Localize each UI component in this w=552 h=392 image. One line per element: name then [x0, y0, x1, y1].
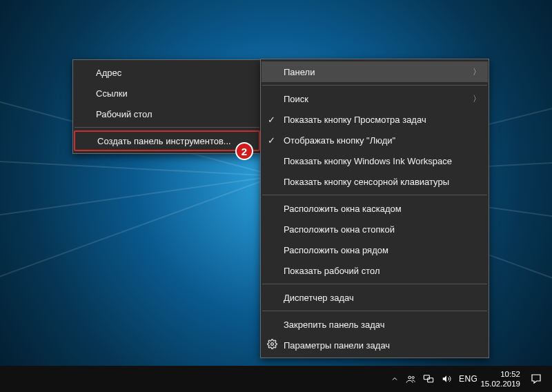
- annotation-badge-2: 2: [235, 142, 253, 160]
- submenu-item-links[interactable]: Ссылки: [74, 83, 260, 104]
- action-center-icon: [530, 373, 542, 385]
- menu-item-label: Показать рабочий стол: [284, 266, 379, 276]
- menu-item-show-touch-keyboard[interactable]: Показать кнопку сенсорной клавиатуры: [262, 171, 488, 192]
- taskbar-clock[interactable]: 10:52 15.02.2019: [480, 369, 520, 389]
- toolbars-submenu: Адрес Ссылки Рабочий стол Создать панель…: [72, 59, 262, 154]
- menu-item-label: Показать кнопку Windows Ink Workspace: [284, 156, 452, 166]
- menu-item-label: Диспетчер задач: [284, 293, 354, 303]
- menu-item-stack-windows[interactable]: Расположить окна стопкой: [262, 219, 488, 239]
- tray-people-icon[interactable]: [406, 374, 416, 384]
- menu-item-label: Расположить окна каскадом: [284, 204, 402, 214]
- menu-item-cascade-windows[interactable]: Расположить окна каскадом: [262, 198, 488, 219]
- menu-item-show-ink[interactable]: Показать кнопку Windows Ink Workspace: [262, 150, 488, 171]
- chevron-right-icon: 〉: [473, 93, 481, 105]
- taskbar-context-menu: Панели 〉 Поиск 〉 ✓ Показать кнопку Просм…: [260, 59, 489, 358]
- svg-point-1: [408, 376, 411, 379]
- chevron-right-icon: 〉: [473, 66, 481, 78]
- taskbar-date: 15.02.2019: [480, 379, 520, 389]
- taskbar-time: 10:52: [480, 369, 520, 379]
- tray-chevron-up-icon[interactable]: [391, 375, 399, 383]
- menu-item-toolbars[interactable]: Панели 〉: [262, 61, 488, 82]
- gear-icon: [267, 339, 277, 351]
- menu-item-show-desktop[interactable]: Показать рабочий стол: [262, 260, 488, 281]
- menu-divider: [262, 284, 487, 284]
- menu-item-show-people[interactable]: ✓ Отображать кнопку "Люди": [262, 130, 488, 150]
- checkmark-icon: ✓: [268, 135, 275, 146]
- svg-point-2: [412, 376, 414, 378]
- menu-item-task-manager[interactable]: Диспетчер задач: [262, 287, 488, 308]
- submenu-item-label: Рабочий стол: [96, 109, 152, 119]
- submenu-item-desktop[interactable]: Рабочий стол: [74, 104, 260, 124]
- menu-item-label: Расположить окна стопкой: [284, 224, 395, 235]
- menu-item-label: Расположить окна рядом: [284, 245, 388, 255]
- menu-item-taskbar-settings[interactable]: Параметры панели задач: [262, 335, 488, 355]
- checkmark-icon: ✓: [268, 115, 275, 125]
- taskbar[interactable]: ENG 10:52 15.02.2019: [0, 366, 552, 392]
- svg-point-0: [271, 343, 274, 346]
- svg-marker-5: [443, 375, 446, 382]
- menu-item-label: Отображать кнопку "Люди": [284, 135, 395, 146]
- submenu-item-label: Создать панель инструментов...: [97, 136, 231, 146]
- menu-item-label: Закрепить панель задач: [284, 320, 385, 330]
- menu-divider: [262, 195, 487, 195]
- svg-rect-4: [428, 378, 433, 382]
- submenu-item-label: Адрес: [96, 68, 121, 78]
- menu-item-label: Панели: [284, 67, 315, 77]
- annotation-badge-label: 2: [241, 146, 247, 157]
- system-tray: [391, 374, 452, 384]
- tray-volume-icon[interactable]: [441, 374, 452, 384]
- submenu-item-address[interactable]: Адрес: [74, 62, 260, 83]
- menu-item-label: Параметры панели задач: [284, 340, 390, 351]
- menu-item-search[interactable]: Поиск 〉: [262, 88, 488, 109]
- tray-language-indicator[interactable]: ENG: [459, 374, 478, 384]
- action-center-button[interactable]: [524, 366, 548, 392]
- menu-divider: [262, 85, 487, 86]
- submenu-item-new-toolbar[interactable]: Создать панель инструментов...: [74, 130, 260, 151]
- tray-network-icon[interactable]: [423, 374, 434, 384]
- menu-item-label: Показать кнопку Просмотра задач: [284, 115, 426, 125]
- menu-item-lock-taskbar[interactable]: Закрепить панель задач: [262, 314, 488, 335]
- menu-divider: [262, 311, 487, 311]
- menu-item-label: Поиск: [284, 94, 308, 104]
- svg-rect-3: [424, 375, 429, 380]
- submenu-item-label: Ссылки: [96, 88, 128, 99]
- submenu-divider: [75, 127, 259, 128]
- menu-item-label: Показать кнопку сенсорной клавиатуры: [284, 177, 449, 187]
- menu-item-show-taskview[interactable]: ✓ Показать кнопку Просмотра задач: [262, 109, 488, 130]
- menu-item-side-by-side[interactable]: Расположить окна рядом: [262, 239, 488, 260]
